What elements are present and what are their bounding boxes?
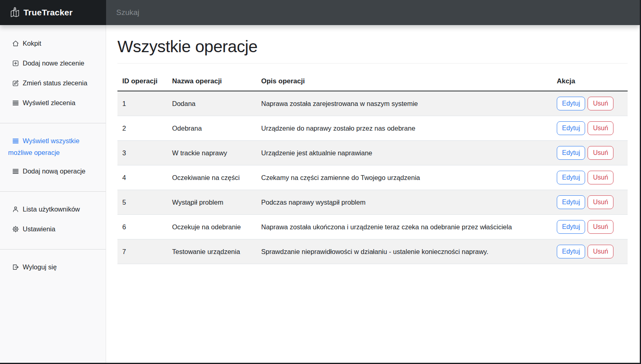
- sidebar-item[interactable]: Dodaj nową operacje: [0, 162, 106, 182]
- table-row: 5Wystąpił problemPodczas naprawy wystąpi…: [117, 190, 628, 215]
- edit-button[interactable]: Edytuj: [557, 245, 585, 258]
- sidebar-item[interactable]: Zmień status zlecenia: [0, 74, 106, 93]
- operation-description-cell: Czekamy na części zamienne do Twojego ur…: [256, 165, 552, 190]
- sidebar-item-label: Dodaj nowe zlecenie: [23, 59, 84, 67]
- sidebar-item-label: Zmień status zlecenia: [23, 79, 87, 87]
- header-search: [106, 0, 640, 25]
- operation-description-cell: Naprawa została ukończona i urządzenie t…: [256, 215, 552, 239]
- top-header: TrueTracker: [0, 0, 640, 25]
- table-body: 1DodanaNaprawa została zarejestrowana w …: [117, 91, 628, 264]
- sidebar-item[interactable]: Wyloguj się: [0, 258, 106, 277]
- operation-name-cell: Odebrana: [167, 116, 256, 141]
- sidebar-item-label: Ustawienia: [23, 225, 55, 233]
- operation-name-cell: Oczekiwanie na części: [167, 165, 256, 190]
- delete-button[interactable]: Usuń: [588, 171, 613, 184]
- robot-map-logo-icon: [10, 7, 21, 19]
- page-title: Wszystkie operacje: [117, 37, 628, 56]
- table-header: ID operacjiNazwa operacjiOpis operacjiAk…: [117, 67, 628, 91]
- sidebar-item[interactable]: Wyświetl zlecenia: [0, 93, 106, 113]
- operation-name-cell: Dodana: [167, 91, 256, 116]
- table-row: 6Oczekuje na odebranieNaprawa została uk…: [117, 215, 628, 239]
- operations-table: ID operacjiNazwa operacjiOpis operacjiAk…: [117, 67, 628, 264]
- sidebar-group: Lista użytkownikówUstawienia: [0, 200, 106, 239]
- edit-button[interactable]: Edytuj: [557, 220, 585, 234]
- brand-name: TrueTracker: [23, 8, 72, 17]
- sidebar-divider: [0, 249, 106, 250]
- sidebar-item-label: Wyświetl zlecenia: [23, 99, 75, 106]
- operation-description-cell: Podczas naprawy wystąpił problem: [256, 190, 552, 215]
- table-row: 2OdebranaUrządzenie do naprawy zostało p…: [117, 116, 628, 141]
- delete-button[interactable]: Usuń: [588, 121, 613, 135]
- edit-button[interactable]: Edytuj: [557, 97, 585, 110]
- table-row: 3W trackie naprawyUrządzenie jest aktual…: [117, 141, 628, 165]
- edit-button[interactable]: Edytuj: [557, 171, 585, 184]
- operation-description-cell: Sprawdzanie nieprawidłowości w działaniu…: [256, 239, 552, 264]
- table-row: 4Oczekiwanie na częściCzekamy na części …: [117, 165, 628, 190]
- sidebar-item-label: Wyloguj się: [23, 263, 57, 271]
- operation-id-cell: 6: [117, 215, 167, 239]
- operation-id-cell: 3: [117, 141, 167, 165]
- operation-name-cell: Testowanie urządzenia: [167, 239, 256, 264]
- column-header: Akcja: [552, 67, 628, 91]
- search-input[interactable]: [115, 8, 484, 17]
- operation-id-cell: 7: [117, 239, 167, 264]
- actions-cell: EdytujUsuń: [552, 91, 628, 116]
- sidebar-item-label: Kokpit: [23, 40, 41, 47]
- operation-description-cell: Urządzenie jest aktualnie naprawiane: [256, 141, 552, 165]
- list-icon: [12, 167, 19, 178]
- plus-square-icon: [12, 59, 19, 70]
- actions-cell: EdytujUsuń: [552, 141, 628, 165]
- actions-cell: EdytujUsuń: [552, 239, 628, 264]
- delete-button[interactable]: Usuń: [588, 245, 613, 258]
- sidebar-item[interactable]: Lista użytkowników: [0, 200, 106, 220]
- column-header: Opis operacji: [256, 67, 552, 91]
- app-window: TrueTracker KokpitDodaj nowe zlecenieZmi…: [0, 0, 641, 364]
- edit-button[interactable]: Edytuj: [557, 121, 585, 135]
- operation-description-cell: Urządzenie do naprawy zostało przez nas …: [256, 116, 552, 141]
- content-row: KokpitDodaj nowe zlecenieZmień status zl…: [0, 25, 640, 363]
- table-row: 1DodanaNaprawa została zarejestrowana w …: [117, 91, 628, 116]
- main-content: Wszystkie operacje ID operacjiNazwa oper…: [106, 25, 640, 363]
- gear-icon: [12, 225, 19, 235]
- delete-button[interactable]: Usuń: [588, 220, 613, 234]
- sidebar: KokpitDodaj nowe zlecenieZmień status zl…: [0, 25, 106, 363]
- operation-name-cell: W trackie naprawy: [167, 141, 256, 165]
- delete-button[interactable]: Usuń: [588, 195, 613, 209]
- sidebar-item[interactable]: Kokpit: [0, 34, 106, 54]
- operation-name-cell: Oczekuje na odebranie: [167, 215, 256, 239]
- operation-id-cell: 1: [117, 91, 167, 116]
- operation-name-cell: Wystąpił problem: [167, 190, 256, 215]
- sidebar-item[interactable]: Dodaj nowe zlecenie: [0, 54, 106, 74]
- sidebar-item-label: Dodaj nową operacje: [23, 167, 85, 175]
- column-header: Nazwa operacji: [167, 67, 256, 91]
- brand[interactable]: TrueTracker: [0, 0, 106, 25]
- list-icon: [12, 99, 19, 109]
- operation-description-cell: Naprawa została zarejestrowana w naszym …: [256, 91, 552, 116]
- table-row: 7Testowanie urządzeniaSprawdzanie niepra…: [117, 239, 628, 264]
- edit-button[interactable]: Edytuj: [557, 146, 585, 160]
- delete-button[interactable]: Usuń: [588, 146, 613, 160]
- sidebar-item-label: Lista użytkowników: [23, 205, 80, 213]
- sidebar-item[interactable]: Ustawienia: [0, 220, 106, 239]
- operation-id-cell: 4: [117, 165, 167, 190]
- column-header: ID operacji: [117, 67, 167, 91]
- sidebar-group: KokpitDodaj nowe zlecenieZmień status zl…: [0, 34, 106, 113]
- title-divider: [117, 63, 628, 63]
- logout-icon: [12, 263, 19, 273]
- actions-cell: EdytujUsuń: [552, 190, 628, 215]
- list-icon: [12, 137, 19, 147]
- delete-button[interactable]: Usuń: [588, 97, 613, 110]
- sidebar-divider: [0, 123, 106, 123]
- sidebar-divider: [0, 191, 106, 192]
- actions-cell: EdytujUsuń: [552, 165, 628, 190]
- operation-id-cell: 2: [117, 116, 167, 141]
- operation-id-cell: 5: [117, 190, 167, 215]
- sidebar-group: Wyświetl wszystkie możliwe operacjeDodaj…: [0, 131, 106, 182]
- sidebar-group: Wyloguj się: [0, 258, 106, 277]
- actions-cell: EdytujUsuń: [552, 116, 628, 141]
- edit-button[interactable]: Edytuj: [557, 195, 585, 209]
- home-icon: [12, 39, 19, 50]
- sidebar-item[interactable]: Wyświetl wszystkie możliwe operacje: [0, 131, 106, 162]
- actions-cell: EdytujUsuń: [552, 215, 628, 239]
- pencil-square-icon: [12, 79, 19, 89]
